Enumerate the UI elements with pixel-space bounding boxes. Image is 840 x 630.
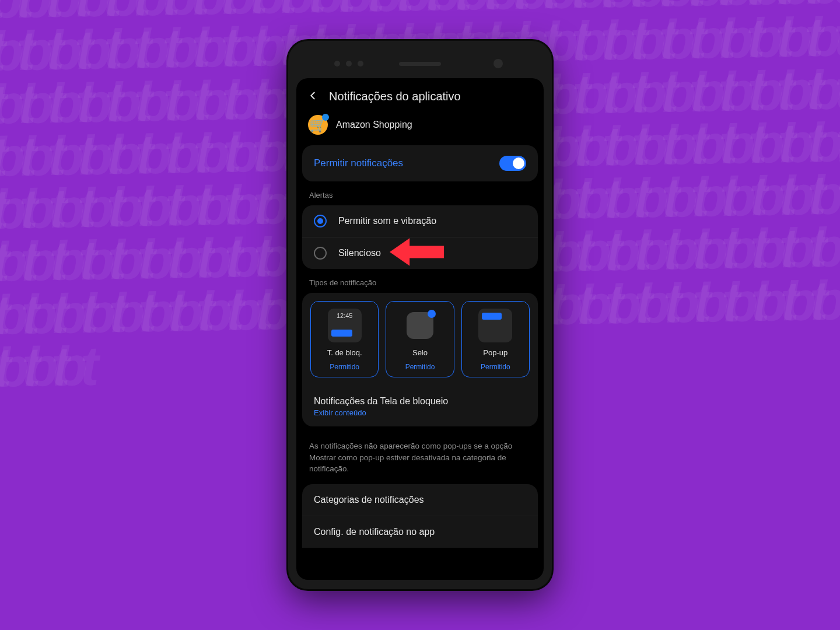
header: Notificações do aplicativo (296, 78, 544, 113)
badge-preview-icon (403, 309, 437, 342)
type-card-popup[interactable]: Pop-up Permitido (461, 301, 530, 377)
type-card-status: Permitido (330, 363, 359, 371)
type-card-status: Permitido (405, 363, 435, 371)
lockscreen-notifications-row[interactable]: Notificações da Tela de bloqueio Exibir … (302, 388, 538, 426)
allow-notifications-toggle[interactable] (499, 156, 526, 171)
svg-marker-0 (390, 238, 444, 266)
alerts-panel: Permitir som e vibração Silencioso (302, 205, 538, 269)
lockscreen-notifications-title: Notificações da Tela de bloqueio (314, 396, 526, 407)
page-title: Notificações do aplicativo (329, 90, 461, 103)
radio-unselected-icon (314, 247, 327, 260)
phone-frame: Notificações do aplicativo 🛒 Amazon Shop… (288, 41, 552, 589)
alert-option-silent[interactable]: Silencioso (302, 237, 538, 269)
app-row: 🛒 Amazon Shopping (296, 113, 544, 145)
type-card-badge[interactable]: Selo Permitido (386, 301, 454, 377)
alert-option-sound-vibration[interactable]: Permitir som e vibração (302, 205, 538, 237)
type-card-status: Permitido (481, 363, 510, 371)
phone-sensors (296, 49, 544, 78)
app-name: Amazon Shopping (336, 120, 412, 130)
allow-notifications-row[interactable]: Permitir notificações (302, 145, 538, 181)
app-icon: 🛒 (308, 115, 328, 135)
help-text: As notificações não aparecerão como pop-… (296, 433, 544, 484)
menu-panel: Categorias de notificações Config. de no… (302, 484, 538, 548)
annotation-arrow-icon (390, 237, 445, 270)
allow-notifications-label: Permitir notificações (314, 158, 403, 169)
menu-in-app-config[interactable]: Config. de notificação no app (302, 516, 538, 548)
menu-notification-categories[interactable]: Categorias de notificações (302, 484, 538, 516)
type-card-label: Pop-up (483, 348, 508, 357)
popup-preview-icon (478, 309, 512, 342)
alert-option-label: Silencioso (338, 248, 381, 258)
lockscreen-preview-icon: 12:45 (328, 309, 362, 342)
phone-screen: Notificações do aplicativo 🛒 Amazon Shop… (296, 78, 544, 580)
types-panel: 12:45 T. de bloq. Permitido Selo Permiti… (302, 293, 538, 426)
types-section-label: Tipos de notificação (296, 276, 544, 293)
radio-selected-icon (314, 215, 327, 228)
types-grid: 12:45 T. de bloq. Permitido Selo Permiti… (302, 293, 538, 388)
type-card-label: T. de bloq. (327, 348, 362, 357)
back-icon[interactable] (308, 90, 318, 103)
type-card-lockscreen[interactable]: 12:45 T. de bloq. Permitido (310, 301, 379, 377)
permission-panel: Permitir notificações (302, 145, 538, 181)
alerts-section-label: Alertas (296, 188, 544, 205)
alert-option-label: Permitir som e vibração (338, 216, 436, 226)
lockscreen-notifications-subtitle: Exibir conteúdo (314, 408, 526, 417)
type-card-label: Selo (412, 348, 428, 357)
